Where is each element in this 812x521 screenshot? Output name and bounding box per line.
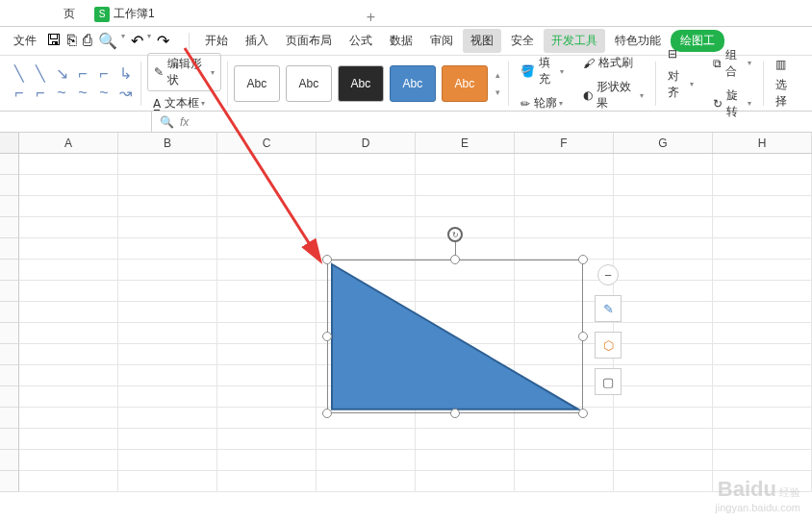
row-header[interactable] <box>0 196 19 217</box>
shape-style-preset[interactable]: Abc <box>338 65 384 102</box>
row-header[interactable] <box>0 260 19 281</box>
resize-handle[interactable] <box>322 409 332 418</box>
format-painter-button[interactable]: 🖌 格式刷 <box>577 53 649 73</box>
menu-file[interactable]: 文件 <box>6 29 44 53</box>
resize-handle[interactable] <box>450 255 460 264</box>
menu-view[interactable]: 视图 <box>463 29 501 53</box>
outline-button[interactable]: ✏ 轮廓 ▾ <box>515 93 570 113</box>
qat-icon[interactable]: ⎘ <box>67 32 77 50</box>
row-header[interactable] <box>0 217 19 238</box>
add-tab-button[interactable]: + <box>357 9 385 26</box>
outline-label: 轮廓 <box>534 95 557 112</box>
shape-style-preset[interactable]: Abc <box>234 65 280 102</box>
row-header[interactable] <box>0 450 19 471</box>
row-header[interactable] <box>0 281 19 302</box>
redo-icon[interactable]: ↷ <box>157 32 169 50</box>
menu-security[interactable]: 安全 <box>503 29 542 53</box>
menu-start[interactable]: 开始 <box>197 29 236 53</box>
dropdown-icon[interactable]: ▾ <box>121 32 125 50</box>
select-pane-button[interactable]: ▥ <box>770 56 802 73</box>
shape-style-preset[interactable]: Abc <box>286 65 332 102</box>
rotate-button[interactable]: ↻ 旋转 ▾ <box>707 86 757 122</box>
row-header[interactable] <box>0 408 19 429</box>
column-header[interactable]: G <box>614 133 713 153</box>
collapse-tools-button[interactable]: − <box>597 264 619 285</box>
text-box-button[interactable]: A̲ 文本框 ▾ <box>147 93 221 113</box>
row-header[interactable] <box>0 154 19 175</box>
curve-arrow-icon[interactable]: ↝ <box>115 85 135 102</box>
preview-icon[interactable]: 🔍 <box>98 32 117 50</box>
dropdown-icon: ▾ <box>211 68 215 77</box>
fx-label[interactable]: fx <box>180 115 189 129</box>
row-header[interactable] <box>0 386 19 408</box>
column-header[interactable]: E <box>416 133 515 153</box>
dropdown-icon[interactable]: ▾ <box>147 32 151 50</box>
row-header[interactable] <box>0 238 19 260</box>
menu-insert[interactable]: 插入 <box>238 29 276 53</box>
select-dropdown[interactable]: 选择 <box>770 75 802 112</box>
row-header[interactable] <box>0 471 19 492</box>
line-icon[interactable]: ╲ <box>31 65 50 83</box>
edit-shape-button[interactable]: ✎ 编辑形状 ▾ <box>147 53 221 91</box>
shape-style-preset-selected[interactable]: Abc <box>390 65 436 102</box>
quick-edit-button[interactable]: ✎ <box>595 295 622 322</box>
column-header[interactable]: H <box>713 133 812 153</box>
quick-outline-button[interactable]: ▢ <box>595 368 622 395</box>
save-icon[interactable]: 🖫 <box>46 32 62 50</box>
gallery-up-icon[interactable]: ▴ <box>494 68 502 82</box>
resize-handle[interactable] <box>450 409 460 418</box>
column-header[interactable]: D <box>317 133 416 153</box>
resize-handle[interactable] <box>322 255 332 264</box>
row-header[interactable] <box>0 429 19 450</box>
page-tab[interactable]: 页 <box>54 2 85 26</box>
curve-icon[interactable]: ~ <box>52 85 71 102</box>
sheets-icon: S <box>94 7 110 22</box>
resize-handle[interactable] <box>578 332 588 341</box>
column-header[interactable]: B <box>118 133 217 153</box>
menu-page-layout[interactable]: 页面布局 <box>278 29 340 53</box>
align-dropdown[interactable]: 对齐 ▾ <box>662 66 699 103</box>
align-button[interactable]: ⊟ <box>662 45 699 62</box>
menu-review[interactable]: 审阅 <box>422 29 461 53</box>
group-button[interactable]: ⧉ 组合 ▾ <box>707 45 757 82</box>
elbow-icon[interactable]: ⌐ <box>31 85 50 102</box>
column-header[interactable]: F <box>515 133 614 153</box>
select-all-corner[interactable] <box>0 133 19 153</box>
quick-fill-button[interactable]: ⬡ <box>595 332 622 359</box>
name-box[interactable] <box>0 112 152 132</box>
menu-data[interactable]: 数据 <box>382 29 420 53</box>
format-painter-label: 格式刷 <box>598 55 633 71</box>
elbow-icon[interactable]: ⌐ <box>10 85 29 102</box>
menu-formula[interactable]: 公式 <box>342 29 380 53</box>
connector-icon[interactable]: ⌐ <box>73 65 92 83</box>
print-icon[interactable]: ⎙ <box>83 32 92 50</box>
zoom-icon[interactable]: 🔍 <box>160 115 174 129</box>
line-arrow-icon[interactable]: ↘ <box>52 65 71 83</box>
row-header[interactable] <box>0 175 19 196</box>
column-header[interactable]: A <box>19 133 118 153</box>
line-icon[interactable]: ╲ <box>10 65 29 83</box>
workbook-tab[interactable]: S 工作簿1 <box>85 2 165 26</box>
menu-features[interactable]: 特色功能 <box>607 29 669 53</box>
curve-icon[interactable]: ~ <box>94 85 114 102</box>
row-header[interactable] <box>0 323 19 344</box>
row-header[interactable] <box>0 344 19 365</box>
shape-effects-button[interactable]: ◐ 形状效果 ▾ <box>577 77 649 113</box>
curve-icon[interactable]: ~ <box>73 85 92 102</box>
selected-shape[interactable]: ↻ <box>327 260 583 413</box>
row-header[interactable] <box>0 365 19 386</box>
connector-arrow-icon[interactable]: ↳ <box>115 65 135 83</box>
resize-handle[interactable] <box>578 255 588 264</box>
resize-handle[interactable] <box>578 409 588 418</box>
menu-dev-tools[interactable]: 开发工具 <box>544 29 605 53</box>
shape-style-preset[interactable]: Abc <box>442 65 488 102</box>
triangle-shape[interactable] <box>330 262 580 411</box>
resize-handle[interactable] <box>322 332 332 341</box>
gallery-down-icon[interactable]: ▾ <box>494 86 502 99</box>
fill-button[interactable]: 🪣 填充 ▾ <box>515 53 570 89</box>
rotate-handle[interactable]: ↻ <box>447 227 463 242</box>
row-header[interactable] <box>0 302 19 323</box>
column-header[interactable]: C <box>217 133 317 153</box>
undo-icon[interactable]: ↶ <box>131 32 143 50</box>
connector-icon[interactable]: ⌐ <box>94 65 114 83</box>
